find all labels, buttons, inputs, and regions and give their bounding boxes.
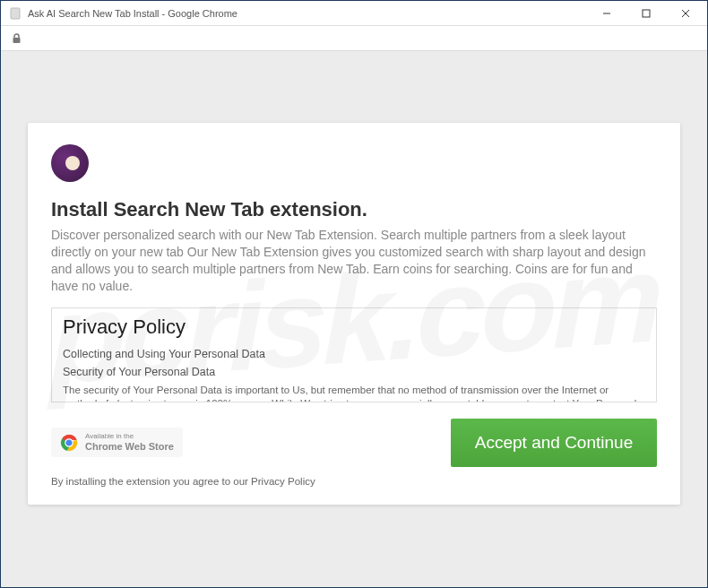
lock-icon xyxy=(10,32,22,45)
svg-rect-0 xyxy=(11,8,20,19)
svg-rect-2 xyxy=(643,10,650,17)
policy-body: The security of Your Personal Data is im… xyxy=(63,384,645,402)
badge-bottom-text: Chrome Web Store xyxy=(85,441,174,452)
window-title: Ask AI Search New Tab Install - Google C… xyxy=(28,8,587,19)
policy-section-1: Collecting and Using Your Personal Data xyxy=(63,348,645,360)
accept-continue-button[interactable]: Accept and Continue xyxy=(451,419,657,467)
minimize-button[interactable] xyxy=(587,1,626,26)
address-bar xyxy=(1,26,707,51)
privacy-policy-box[interactable]: Privacy Policy Collecting and Using Your… xyxy=(51,307,657,402)
maximize-button[interactable] xyxy=(626,1,666,26)
window-controls xyxy=(587,1,705,26)
card-footer-row: Available in the Chrome Web Store Accept… xyxy=(51,419,657,467)
badge-top-text: Available in the xyxy=(85,433,174,441)
window-titlebar: Ask AI Search New Tab Install - Google C… xyxy=(1,1,707,26)
page-viewport[interactable]: pcrisk.com Install Search New Tab extens… xyxy=(1,51,707,587)
svg-rect-5 xyxy=(13,38,20,43)
install-card: Install Search New Tab extension. Discov… xyxy=(28,123,680,505)
policy-title: Privacy Policy xyxy=(63,316,645,339)
page-icon xyxy=(8,6,22,21)
card-description: Discover personalized search with our Ne… xyxy=(51,227,657,295)
policy-section-2: Security of Your Personal Data xyxy=(63,366,645,378)
close-button[interactable] xyxy=(666,1,705,26)
chrome-web-store-badge[interactable]: Available in the Chrome Web Store xyxy=(51,428,183,457)
agreement-text: By installing the extension you agree to… xyxy=(51,476,657,487)
chrome-icon xyxy=(60,434,78,452)
extension-logo-icon xyxy=(51,144,89,182)
card-heading: Install Search New Tab extension. xyxy=(51,198,657,221)
